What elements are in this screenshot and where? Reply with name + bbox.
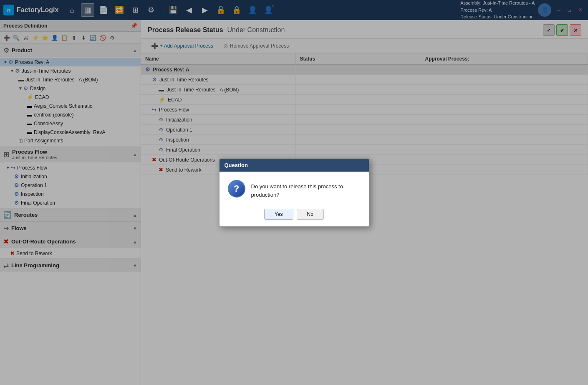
dialog-message: Do you want to release this process to p… (251, 180, 361, 199)
dialog-titlebar: Question (220, 159, 369, 172)
question-dialog: Question ? Do you want to release this p… (219, 158, 369, 227)
dialog-body: ? Do you want to release this process to… (220, 172, 369, 205)
dialog-yes-btn[interactable]: Yes (264, 209, 293, 220)
dialog-question-icon: ? (228, 180, 245, 198)
dialog-title: Question (225, 162, 248, 168)
dialog-footer: Yes No (220, 205, 369, 226)
dialog-overlay[interactable]: Question ? Do you want to release this p… (0, 0, 588, 385)
dialog-no-btn[interactable]: No (297, 209, 324, 220)
